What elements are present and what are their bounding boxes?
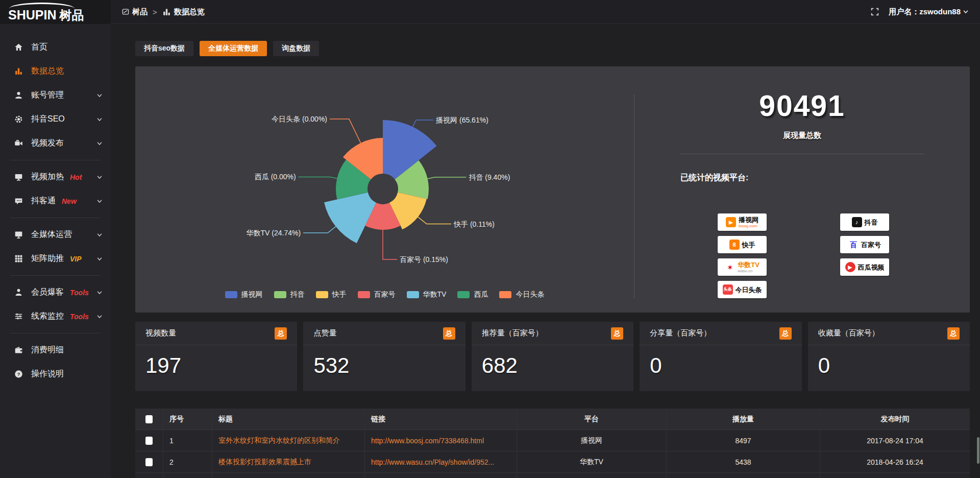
platform-badge-播视网: ▶播视网boosj.com bbox=[718, 213, 767, 231]
legend-item-播视网[interactable]: 播视网 bbox=[225, 290, 263, 299]
data-tabs: 抖音seo数据全媒体运营数据询盘数据 bbox=[135, 41, 970, 56]
pie-label-line bbox=[330, 119, 361, 143]
legend-label: 抖音 bbox=[290, 290, 305, 299]
sidebar-item-会员爆客[interactable]: 会员爆客Tools bbox=[0, 280, 111, 304]
row-checkbox[interactable] bbox=[145, 458, 153, 466]
legend-item-华数TV[interactable]: 华数TV bbox=[407, 290, 447, 299]
legend-label: 快手 bbox=[332, 290, 347, 299]
row-checkbox[interactable] bbox=[145, 437, 153, 445]
table-header-row: 序号标题链接平台播放量发布时间 bbox=[135, 409, 970, 430]
stat-card-value: 197 bbox=[135, 345, 297, 378]
sidebar-item-操作说明[interactable]: ?操作说明 bbox=[0, 362, 111, 386]
cell-time: 2018-04-26 16:24 bbox=[820, 451, 970, 472]
table-row-partial bbox=[135, 473, 970, 478]
platform-name: 抖音 bbox=[865, 219, 878, 226]
stat-card-label: 视频数量 bbox=[145, 328, 176, 338]
sidebar-item-账号管理[interactable]: 账号管理 bbox=[0, 83, 111, 107]
platform-badge-百家号: 百百家号 bbox=[840, 236, 889, 253]
video-url-link[interactable]: http://www.wasu.cn/Play/show/id/952... bbox=[371, 458, 494, 466]
total-badge: 总 bbox=[779, 327, 792, 340]
sidebar-item-视频发布[interactable]: 视频发布 bbox=[0, 131, 111, 155]
home-icon bbox=[13, 43, 23, 52]
table-row: 2楼体投影灯投影效果震撼上市http://www.wasu.cn/Play/sh… bbox=[135, 451, 970, 473]
gear-icon bbox=[13, 115, 23, 124]
stat-card-推荐量（百家号）: 推荐量（百家号）总682 bbox=[472, 322, 633, 391]
tab-全媒体运营数据[interactable]: 全媒体运营数据 bbox=[200, 41, 267, 56]
logo-arc bbox=[9, 3, 75, 9]
sidebar-divider bbox=[10, 275, 101, 276]
抖音-logo-icon: ♪ bbox=[852, 217, 862, 227]
stat-card-value: 0 bbox=[808, 345, 970, 378]
breadcrumb-item[interactable]: 树品 bbox=[122, 7, 148, 17]
sidebar-item-label: 矩阵助推 bbox=[31, 253, 64, 264]
media-overview-panel: 播视网 (65.61%)抖音 (9.40%)快手 (0.11%)百家号 (0.1… bbox=[135, 66, 970, 313]
stat-card-label: 收藏量（百家号） bbox=[818, 328, 879, 338]
sidebar-item-消费明细[interactable]: 消费明细 bbox=[0, 338, 111, 362]
topbar-right: 用户名：zswodun88 bbox=[870, 7, 969, 17]
select-all-checkbox[interactable] bbox=[145, 415, 153, 423]
pie-label-快手: 快手 (0.11%) bbox=[453, 220, 495, 228]
sidebar-badge: VIP bbox=[70, 255, 82, 263]
breadcrumb-item[interactable]: 数据总览 bbox=[162, 7, 205, 17]
legend-item-百家号[interactable]: 百家号 bbox=[358, 290, 396, 299]
username-label: 用户名：zswodun88 bbox=[889, 7, 961, 17]
sidebar-item-label: 数据总览 bbox=[31, 66, 64, 77]
sidebar-item-全媒体运营[interactable]: 全媒体运营 bbox=[0, 223, 111, 247]
stat-card-value: 682 bbox=[472, 345, 633, 378]
sidebar-item-抖音SEO[interactable]: 抖音SEO bbox=[0, 107, 111, 131]
logo-brand-cn: 树品 bbox=[59, 9, 84, 21]
sidebar-item-label: 抖音SEO bbox=[31, 114, 65, 125]
total-badge: 总 bbox=[275, 327, 287, 340]
fullscreen-icon[interactable] bbox=[870, 7, 879, 16]
sidebar-item-首页[interactable]: 首页 bbox=[0, 35, 111, 59]
legend-item-今日头条[interactable]: 今日头条 bbox=[499, 290, 544, 299]
legend-item-抖音[interactable]: 抖音 bbox=[274, 290, 305, 299]
legend-label: 百家号 bbox=[374, 290, 396, 299]
platform-badge-西瓜视频: ▶西瓜视频 bbox=[840, 258, 889, 276]
user-menu[interactable]: 用户名：zswodun88 bbox=[889, 7, 969, 17]
impressions-summary: 90491 展现量总数 已统计的视频平台: ▶播视网boosj.com8快手✶华… bbox=[634, 66, 970, 313]
sidebar-item-数据总览[interactable]: 数据总览 bbox=[0, 59, 111, 83]
sidebar-item-抖客通[interactable]: 抖客通New bbox=[0, 189, 111, 213]
sidebar-divider bbox=[10, 218, 101, 218]
legend-swatch bbox=[316, 291, 328, 298]
sidebar-item-矩阵助推[interactable]: 矩阵助推VIP bbox=[0, 247, 111, 271]
tab-抖音seo数据[interactable]: 抖音seo数据 bbox=[135, 41, 193, 56]
platform-rose-chart: 播视网 (65.61%)抖音 (9.40%)快手 (0.11%)百家号 (0.1… bbox=[135, 66, 634, 313]
platform-badge-抖音: ♪抖音 bbox=[840, 213, 889, 231]
sidebar-item-label: 全媒体运营 bbox=[31, 229, 72, 240]
stat-card-点赞量: 点赞量总532 bbox=[303, 322, 465, 391]
快手-logo-icon: 8 bbox=[729, 240, 740, 250]
total-impressions-value: 90491 bbox=[634, 89, 970, 123]
sidebar-divider bbox=[10, 333, 101, 333]
pie-slice-华数TV[interactable] bbox=[324, 193, 376, 244]
logo-brand-en: SHUPIN bbox=[8, 9, 56, 21]
breadcrumb-separator: > bbox=[153, 8, 157, 16]
播视网-logo-icon: ▶ bbox=[726, 217, 736, 227]
video-title-link[interactable]: 楼体投影灯投影效果震撼上市 bbox=[218, 458, 311, 467]
video-url-link[interactable]: http://www.boosj.com/7338468.html bbox=[371, 437, 484, 445]
sidebar-item-label: 抖客通 bbox=[31, 196, 56, 206]
pie-label-line bbox=[299, 177, 337, 178]
tab-询盘数据[interactable]: 询盘数据 bbox=[273, 41, 319, 56]
video-title-link[interactable]: 室外水纹灯和室内水纹灯的区别和简介 bbox=[218, 436, 340, 445]
legend-swatch bbox=[225, 291, 237, 298]
grid-icon bbox=[13, 254, 23, 263]
bar-chart-icon bbox=[162, 8, 171, 16]
legend-item-快手[interactable]: 快手 bbox=[316, 290, 347, 299]
sidebar-item-线索监控[interactable]: 线索监控Tools bbox=[0, 304, 111, 328]
sidebar-item-视频加热[interactable]: 视频加热Hot bbox=[0, 165, 111, 189]
stat-cards-row: 视频数量总197点赞量总532推荐量（百家号）总682分享量（百家号）总0收藏量… bbox=[135, 322, 970, 391]
legend-item-西瓜[interactable]: 西瓜 bbox=[457, 290, 488, 299]
pie-label-line bbox=[303, 227, 336, 233]
cell-views: 8497 bbox=[666, 430, 820, 451]
chevron-down-icon bbox=[96, 256, 103, 262]
scrollbar-thumb[interactable] bbox=[977, 437, 979, 464]
chart-legend: 播视网抖音快手百家号华数TV西瓜今日头条 bbox=[135, 290, 634, 299]
summary-divider bbox=[680, 154, 924, 154]
sidebar-item-label: 消费明细 bbox=[31, 345, 64, 355]
西瓜视频-logo-icon: ▶ bbox=[845, 262, 855, 272]
app-window: SHUPIN 树品 树品>数据总览 用户名：zswodun88 首页数据总览账号… bbox=[0, 0, 980, 478]
sidebar-badge: Tools bbox=[70, 313, 89, 321]
华数TV-logo-icon: ✶ bbox=[725, 262, 735, 272]
